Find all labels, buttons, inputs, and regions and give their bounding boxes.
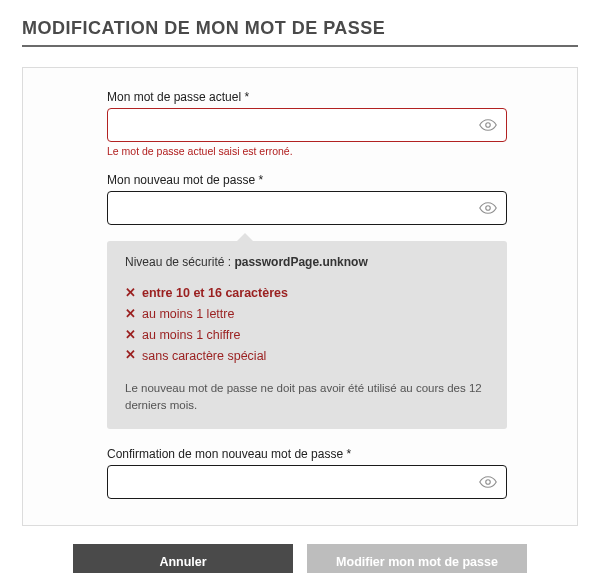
input-current-password[interactable] (107, 108, 507, 142)
security-rules: ✕entre 10 et 16 caractères ✕au moins 1 l… (125, 283, 489, 366)
input-new-password[interactable] (107, 191, 507, 225)
security-box: Niveau de sécurité : passwordPage.unknow… (107, 241, 507, 429)
rule-text: au moins 1 lettre (142, 304, 234, 324)
password-form-card: Mon mot de passe actuel * Le mot de pass… (22, 67, 578, 526)
input-wrap-current (107, 108, 507, 142)
security-note: Le nouveau mot de passe ne doit pas avoi… (125, 380, 489, 415)
label-confirm-password: Confirmation de mon nouveau mot de passe… (107, 447, 507, 461)
submit-button[interactable]: Modifier mon mot de passe (307, 544, 527, 573)
security-level-label: Niveau de sécurité : (125, 255, 234, 269)
field-confirm-password: Confirmation de mon nouveau mot de passe… (107, 447, 507, 499)
error-current-password: Le mot de passe actuel saisi est erroné. (107, 145, 507, 157)
x-icon: ✕ (125, 325, 136, 346)
x-icon: ✕ (125, 345, 136, 366)
svg-point-0 (486, 123, 491, 128)
label-new-password: Mon nouveau mot de passe * (107, 173, 507, 187)
rule-item: ✕au moins 1 lettre (125, 304, 489, 325)
security-level: Niveau de sécurité : passwordPage.unknow (125, 255, 489, 269)
x-icon: ✕ (125, 283, 136, 304)
rule-text: entre 10 et 16 caractères (142, 283, 288, 303)
eye-icon[interactable] (479, 116, 497, 134)
rule-text: au moins 1 chiffre (142, 325, 240, 345)
action-bar: Annuler Modifier mon mot de passe (22, 544, 578, 573)
input-confirm-password[interactable] (107, 465, 507, 499)
svg-point-1 (486, 206, 491, 211)
input-wrap-confirm (107, 465, 507, 499)
svg-point-2 (486, 479, 491, 484)
input-wrap-new (107, 191, 507, 225)
security-level-value: passwordPage.unknow (234, 255, 367, 269)
eye-icon[interactable] (479, 473, 497, 491)
field-current-password: Mon mot de passe actuel * Le mot de pass… (107, 90, 507, 157)
rule-item: ✕au moins 1 chiffre (125, 325, 489, 346)
rule-text: sans caractère spécial (142, 346, 266, 366)
page-title: MODIFICATION DE MON MOT DE PASSE (22, 18, 578, 47)
eye-icon[interactable] (479, 199, 497, 217)
rule-item: ✕sans caractère spécial (125, 345, 489, 366)
label-current-password: Mon mot de passe actuel * (107, 90, 507, 104)
x-icon: ✕ (125, 304, 136, 325)
field-new-password: Mon nouveau mot de passe * (107, 173, 507, 225)
rule-item: ✕entre 10 et 16 caractères (125, 283, 489, 304)
cancel-button[interactable]: Annuler (73, 544, 293, 573)
